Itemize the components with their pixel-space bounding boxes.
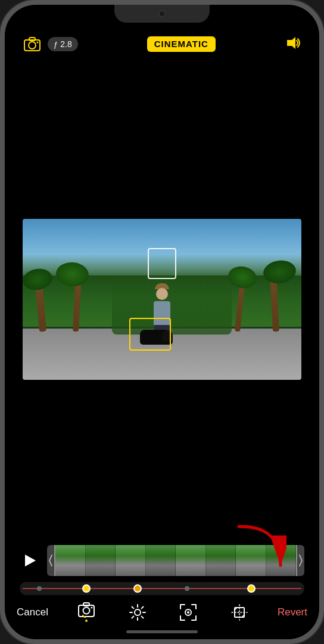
svg-point-3 bbox=[37, 42, 39, 44]
crop-icon bbox=[231, 604, 248, 621]
svg-line-17 bbox=[141, 606, 143, 608]
dog-focus-box bbox=[129, 318, 171, 351]
camera-icon bbox=[24, 36, 40, 52]
aperture-value: 2.8 bbox=[60, 39, 71, 49]
cancel-label: Cancel bbox=[17, 606, 48, 618]
aperture-badge[interactable]: ƒ 2.8 bbox=[48, 37, 78, 51]
timeline-frames bbox=[55, 545, 296, 576]
play-button[interactable] bbox=[20, 550, 41, 571]
play-icon bbox=[25, 555, 36, 566]
frame-3 bbox=[116, 545, 146, 576]
silent-switch[interactable] bbox=[0, 184, 2, 219]
frame-7 bbox=[236, 545, 266, 576]
crop-button[interactable] bbox=[226, 604, 253, 621]
aperture-f-icon: ƒ bbox=[54, 40, 58, 49]
front-camera bbox=[158, 10, 166, 17]
svg-rect-2 bbox=[29, 38, 35, 41]
timeline-bracket-left[interactable] bbox=[47, 545, 55, 576]
focus-dot-3 bbox=[133, 584, 142, 593]
notch bbox=[114, 5, 210, 23]
svg-rect-8 bbox=[83, 603, 89, 606]
camera-icon-button[interactable] bbox=[23, 35, 42, 54]
svg-line-16 bbox=[141, 616, 143, 618]
focus-dot-4 bbox=[185, 586, 189, 591]
focus-dot-5 bbox=[247, 584, 256, 593]
top-left-controls: ƒ 2.8 bbox=[23, 35, 78, 54]
svg-marker-4 bbox=[287, 37, 295, 49]
volume-down-button[interactable] bbox=[0, 148, 2, 172]
focus-track[interactable] bbox=[20, 582, 304, 595]
power-button[interactable] bbox=[322, 160, 324, 208]
frame-8 bbox=[266, 545, 297, 576]
toolbar: Cancel bbox=[5, 595, 319, 627]
video-content bbox=[23, 219, 301, 380]
camera-tool-button[interactable] bbox=[73, 602, 99, 622]
timeline-strip[interactable] bbox=[47, 545, 304, 576]
cinematic-label: CINEMATIC bbox=[154, 39, 208, 49]
frame-2 bbox=[86, 545, 116, 576]
bottom-area bbox=[5, 536, 319, 595]
camera-tool-icon bbox=[78, 602, 95, 618]
cancel-button[interactable]: Cancel bbox=[17, 606, 48, 618]
timeline-container bbox=[20, 545, 304, 576]
svg-line-15 bbox=[132, 606, 133, 608]
cinematic-badge[interactable]: CINEMATIC bbox=[147, 36, 216, 52]
svg-point-1 bbox=[29, 42, 36, 49]
focus-track-line bbox=[23, 588, 301, 589]
focus-icon bbox=[180, 604, 197, 621]
bracket-left-icon bbox=[48, 555, 53, 566]
frame-4 bbox=[146, 545, 176, 576]
adjust-button[interactable] bbox=[124, 604, 151, 621]
video-area bbox=[5, 63, 319, 536]
video-frame bbox=[23, 219, 301, 380]
frame-5 bbox=[176, 545, 206, 576]
focus-dot-1 bbox=[37, 586, 42, 591]
svg-point-9 bbox=[91, 607, 92, 609]
focus-dot-2 bbox=[82, 584, 91, 593]
revert-label: Revert bbox=[278, 606, 307, 618]
svg-point-20 bbox=[187, 611, 189, 614]
person-head bbox=[156, 288, 168, 300]
frame-1 bbox=[55, 545, 86, 576]
revert-button[interactable]: Revert bbox=[278, 606, 307, 618]
home-bar bbox=[126, 630, 198, 633]
svg-point-10 bbox=[135, 609, 141, 615]
focus-button[interactable] bbox=[175, 604, 201, 621]
phone-screen: ƒ 2.8 CINEMATIC bbox=[5, 5, 319, 639]
bracket-right-icon bbox=[298, 555, 303, 566]
timeline-bracket-right[interactable] bbox=[296, 545, 304, 576]
camera-tool-dot bbox=[85, 620, 88, 622]
svg-point-7 bbox=[83, 608, 89, 614]
face-focus-box bbox=[148, 248, 176, 279]
svg-line-18 bbox=[132, 616, 133, 618]
volume-icon bbox=[285, 36, 301, 50]
volume-up-button[interactable] bbox=[0, 112, 2, 136]
phone-frame: ƒ 2.8 CINEMATIC bbox=[0, 0, 324, 644]
adjust-icon bbox=[129, 604, 146, 621]
frame-6 bbox=[206, 545, 236, 576]
volume-button[interactable] bbox=[285, 36, 301, 52]
home-indicator bbox=[5, 627, 319, 639]
